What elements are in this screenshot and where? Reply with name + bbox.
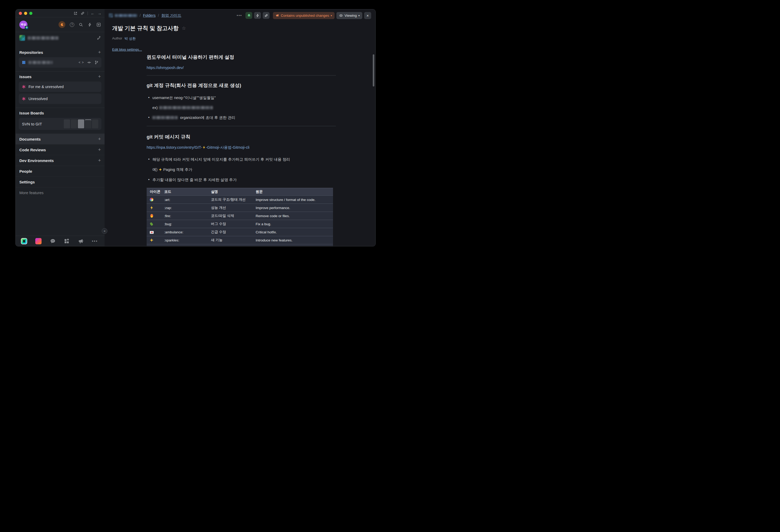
- workspace-badge-icon: [109, 13, 113, 17]
- sidebar-item-more-features[interactable]: More features: [16, 187, 105, 198]
- window-controls: [19, 12, 33, 15]
- more-options-icon[interactable]: •••: [92, 239, 98, 244]
- pop-out-icon[interactable]: [74, 11, 78, 15]
- help-icon[interactable]: ?: [70, 22, 74, 27]
- zap-emoji-icon: [150, 206, 153, 210]
- breadcrumb-separator: /: [139, 13, 141, 17]
- gitkraken-app-icon[interactable]: [21, 238, 27, 244]
- zoom-window-button[interactable]: [29, 12, 33, 15]
- workspace-name-redacted: [28, 36, 58, 40]
- repositories-label: Repositories: [19, 50, 43, 55]
- breadcrumb-folders-link[interactable]: Folders: [143, 13, 155, 17]
- viewing-mode-dropdown[interactable]: Viewing ▾: [336, 12, 362, 19]
- bullet-item: 추가할 내용이 많다면 줄 바꾼 후 자세한 설명 추가: [147, 177, 336, 182]
- issues-label: Issues: [19, 74, 32, 79]
- org-name-redacted: [152, 116, 178, 119]
- main-panel: / Folders / 협업 가이드 •••: [105, 9, 375, 246]
- close-icon: ×: [367, 13, 369, 18]
- section-heading: 윈도우에서 터미널 사용하기 편하게 설정: [147, 54, 336, 60]
- chevron-down-icon: ▾: [358, 14, 360, 17]
- forward-icon[interactable]: →: [97, 11, 101, 15]
- sidebar-item-people[interactable]: People: [16, 166, 105, 176]
- back-icon[interactable]: ←: [91, 11, 95, 15]
- section-heading: git 계정 규칙(회사 전용 계정으로 새로 생성): [147, 82, 336, 89]
- close-window-button[interactable]: [19, 12, 22, 15]
- table-row: :memo: 문서 추가/수정 Add or update documentat…: [147, 244, 333, 247]
- page-title-row: 개발 기본 규칙 및 참고사항 ☆: [112, 24, 186, 32]
- lightning-icon[interactable]: [88, 22, 92, 27]
- add-dev-environment-button[interactable]: +: [98, 158, 101, 163]
- issue-filter-for-me[interactable]: For me & unresolved: [19, 82, 101, 92]
- add-issue-button[interactable]: +: [98, 74, 101, 79]
- document-more-icon[interactable]: •••: [237, 13, 242, 17]
- app-icon-redacted[interactable]: [35, 238, 42, 244]
- issue-filter-unresolved[interactable]: Unresolved: [19, 94, 101, 104]
- code-icon[interactable]: < >: [79, 61, 84, 64]
- repository-item[interactable]: < >: [19, 57, 101, 68]
- section-heading: git 커밋 메시지 규칙: [147, 134, 336, 140]
- author-label: Author: [112, 36, 122, 41]
- scrollbar[interactable]: [373, 54, 374, 87]
- org-hierarchy-icon[interactable]: [97, 36, 101, 40]
- issue-boards-label: Issue Boards: [19, 111, 44, 115]
- author-name[interactable]: 박 성환: [125, 36, 136, 41]
- breadcrumb-separator: /: [157, 13, 159, 17]
- quick-actions-bolt-button[interactable]: [254, 12, 261, 19]
- repositories-section-header: Repositories +: [16, 47, 105, 57]
- edit-blog-settings-link[interactable]: Edit blog settings...: [112, 48, 142, 51]
- document-toolbar: / Folders / 협업 가이드 •••: [105, 9, 375, 21]
- issue-filter-label: Unresolved: [29, 97, 48, 101]
- sidebar-titlebar: ← →: [16, 9, 105, 17]
- add-document-button[interactable]: +: [98, 136, 101, 142]
- favorite-star-icon[interactable]: ☆: [182, 25, 186, 31]
- unpublished-changes-dropdown[interactable]: Contains unpublished changes ▾: [273, 12, 335, 19]
- sidebar-item-settings[interactable]: Settings: [16, 176, 105, 187]
- workspace-row[interactable]: [16, 32, 105, 44]
- table-row: :bug: 버그 수정 Fix a bug.: [147, 220, 333, 228]
- add-repository-button[interactable]: +: [98, 49, 101, 55]
- megaphone-icon: [276, 14, 279, 17]
- theme-moon-icon[interactable]: [58, 21, 65, 28]
- bullet-item: organization에 초대 후 권한 관리: [147, 115, 336, 120]
- sidebar-item-dev-environments[interactable]: Dev Environments +: [16, 155, 105, 166]
- copy-link-icon[interactable]: [81, 11, 85, 15]
- bullet-item: username은 neog-"이니셜""생일월일": [147, 95, 336, 100]
- announcements-icon[interactable]: [78, 238, 84, 244]
- add-new-icon[interactable]: [96, 22, 101, 27]
- table-row: :sparkles: 새 기능 Introduce new features.: [147, 236, 333, 244]
- sidebar-item-code-reviews[interactable]: Code Reviews +: [16, 144, 105, 155]
- feedback-icon[interactable]: [50, 238, 56, 244]
- divider: [88, 11, 88, 15]
- table-row: :ambulance: 긴급 수정 Critical hotfix.: [147, 228, 333, 236]
- ohmyposh-link[interactable]: https://ohmyposh.dev/: [147, 66, 184, 70]
- bullet-sub-line: ex): [147, 106, 336, 110]
- bullet-item: 해당 규칙에 따라 커밋 메시지 앞에 이모지를 추가하고 띄어쓰기 후 커밋 …: [147, 157, 336, 162]
- asterisk-icon: [22, 97, 26, 101]
- copy-document-link-button[interactable]: [263, 12, 270, 19]
- author-row: Author 박 성환: [112, 36, 186, 41]
- search-icon[interactable]: [79, 22, 83, 27]
- art-emoji-icon: [150, 198, 153, 202]
- app-window: ← → 박성 ?: [15, 9, 376, 247]
- minimize-window-button[interactable]: [24, 12, 27, 15]
- document-body: 윈도우에서 터미널 사용하기 편하게 설정 https://ohmyposh.d…: [147, 54, 336, 247]
- workspace-icon: [19, 35, 25, 41]
- breadcrumb-current-link[interactable]: 협업 가이드: [161, 13, 182, 18]
- commit-icon[interactable]: [87, 60, 91, 64]
- gitmoji-guide-link[interactable]: https://inpa.tistory.com/entry/GIT--Gitm…: [147, 145, 249, 150]
- sidebar-item-documents[interactable]: Documents +: [16, 134, 105, 144]
- board-name: SVN to GIT: [22, 122, 42, 126]
- avatar[interactable]: 박성: [19, 21, 28, 29]
- integrations-icon[interactable]: [64, 238, 69, 244]
- branch-icon[interactable]: [94, 60, 99, 64]
- example-usernames-redacted: [159, 106, 213, 109]
- notifications-bell-button[interactable]: [245, 12, 252, 19]
- zap-emoji-icon: [202, 146, 205, 149]
- issue-board-item[interactable]: SVN to GIT: [19, 118, 101, 130]
- add-code-review-button[interactable]: +: [98, 147, 101, 153]
- sparkles-emoji-icon: [150, 238, 153, 242]
- close-document-button[interactable]: ×: [364, 12, 371, 19]
- account-row: 박성 ?: [16, 17, 105, 32]
- collapse-sidebar-button[interactable]: «: [102, 228, 107, 234]
- table-row: :fire: 코드/파일 삭제 Remove code or files.: [147, 212, 333, 220]
